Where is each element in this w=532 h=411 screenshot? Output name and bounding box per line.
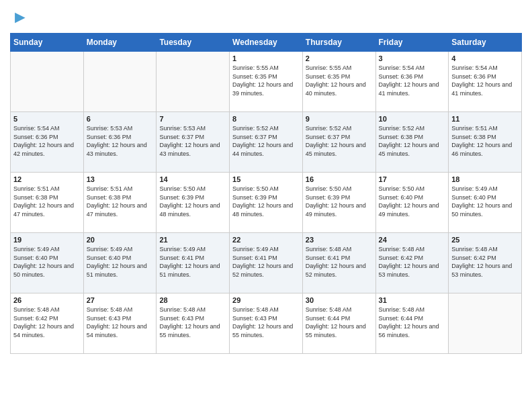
day-number: 18	[451, 175, 519, 183]
page-header: ►	[10, 7, 522, 28]
day-info: Sunrise: 5:48 AMSunset: 6:42 PMDaylight:…	[451, 245, 519, 279]
day-number: 26	[13, 296, 81, 304]
calendar-cell: 18Sunrise: 5:49 AMSunset: 6:40 PMDayligh…	[449, 173, 522, 233]
day-number: 29	[232, 296, 300, 304]
logo-arrow-icon: ►	[11, 7, 29, 28]
calendar-cell: 5Sunrise: 5:54 AMSunset: 6:36 PMDaylight…	[11, 112, 84, 173]
calendar-cell	[449, 293, 522, 354]
calendar-cell: 24Sunrise: 5:48 AMSunset: 6:42 PMDayligh…	[375, 233, 449, 293]
calendar-cell: 22Sunrise: 5:49 AMSunset: 6:41 PMDayligh…	[230, 233, 303, 293]
calendar-cell: 27Sunrise: 5:48 AMSunset: 6:43 PMDayligh…	[83, 293, 157, 354]
day-number: 4	[451, 54, 519, 62]
day-info: Sunrise: 5:48 AMSunset: 6:42 PMDaylight:…	[379, 245, 446, 279]
day-number: 9	[306, 115, 373, 123]
weekday-header-wednesday: Wednesday	[230, 34, 303, 52]
day-info: Sunrise: 5:53 AMSunset: 6:36 PMDaylight:…	[87, 124, 154, 158]
day-number: 7	[159, 115, 226, 123]
day-number: 22	[232, 236, 300, 244]
day-info: Sunrise: 5:52 AMSunset: 6:37 PMDaylight:…	[306, 124, 373, 158]
day-number: 15	[232, 175, 300, 183]
day-info: Sunrise: 5:48 AMSunset: 6:43 PMDaylight:…	[87, 306, 154, 339]
day-number: 5	[13, 115, 81, 123]
calendar-cell	[83, 52, 157, 112]
day-info: Sunrise: 5:48 AMSunset: 6:43 PMDaylight:…	[232, 306, 300, 339]
weekday-header-sunday: Sunday	[11, 34, 84, 52]
weekday-header-row: SundayMondayTuesdayWednesdayThursdayFrid…	[11, 34, 522, 52]
day-number: 17	[379, 175, 446, 183]
calendar-cell: 30Sunrise: 5:48 AMSunset: 6:44 PMDayligh…	[302, 293, 375, 354]
calendar-cell: 9Sunrise: 5:52 AMSunset: 6:37 PMDaylight…	[302, 112, 375, 173]
day-number: 31	[379, 296, 446, 304]
day-info: Sunrise: 5:50 AMSunset: 6:39 PMDaylight:…	[306, 185, 373, 218]
calendar-week-1: 1Sunrise: 5:55 AMSunset: 6:35 PMDaylight…	[11, 52, 522, 112]
calendar-cell: 20Sunrise: 5:49 AMSunset: 6:40 PMDayligh…	[83, 233, 157, 293]
day-number: 24	[379, 236, 446, 244]
day-number: 21	[159, 236, 226, 244]
day-info: Sunrise: 5:48 AMSunset: 6:44 PMDaylight:…	[306, 306, 373, 339]
calendar-cell: 26Sunrise: 5:48 AMSunset: 6:42 PMDayligh…	[11, 293, 84, 354]
day-info: Sunrise: 5:49 AMSunset: 6:40 PMDaylight:…	[13, 245, 81, 279]
calendar-cell: 8Sunrise: 5:52 AMSunset: 6:37 PMDaylight…	[230, 112, 303, 173]
calendar-cell: 2Sunrise: 5:55 AMSunset: 6:35 PMDaylight…	[302, 52, 375, 112]
calendar-cell	[157, 52, 230, 112]
calendar-week-3: 12Sunrise: 5:51 AMSunset: 6:38 PMDayligh…	[11, 173, 522, 233]
day-number: 14	[159, 175, 226, 183]
day-number: 6	[87, 115, 154, 123]
day-info: Sunrise: 5:54 AMSunset: 6:36 PMDaylight:…	[13, 124, 81, 158]
calendar-cell	[11, 52, 84, 112]
day-info: Sunrise: 5:49 AMSunset: 6:41 PMDaylight:…	[232, 245, 300, 279]
day-number: 20	[87, 236, 154, 244]
day-info: Sunrise: 5:51 AMSunset: 6:38 PMDaylight:…	[451, 124, 519, 158]
calendar-cell: 29Sunrise: 5:48 AMSunset: 6:43 PMDayligh…	[230, 293, 303, 354]
day-number: 19	[13, 236, 81, 244]
calendar-cell: 13Sunrise: 5:51 AMSunset: 6:38 PMDayligh…	[83, 173, 157, 233]
day-info: Sunrise: 5:51 AMSunset: 6:38 PMDaylight:…	[87, 185, 154, 218]
day-number: 23	[306, 236, 373, 244]
weekday-header-friday: Friday	[375, 34, 449, 52]
day-info: Sunrise: 5:49 AMSunset: 6:40 PMDaylight:…	[87, 245, 154, 279]
day-info: Sunrise: 5:54 AMSunset: 6:36 PMDaylight:…	[451, 64, 519, 97]
day-number: 27	[87, 296, 154, 304]
calendar-cell: 1Sunrise: 5:55 AMSunset: 6:35 PMDaylight…	[230, 52, 303, 112]
day-info: Sunrise: 5:48 AMSunset: 6:43 PMDaylight:…	[159, 306, 226, 339]
day-number: 10	[379, 115, 446, 123]
calendar-cell: 6Sunrise: 5:53 AMSunset: 6:36 PMDaylight…	[83, 112, 157, 173]
day-number: 2	[306, 54, 373, 62]
calendar-cell: 16Sunrise: 5:50 AMSunset: 6:39 PMDayligh…	[302, 173, 375, 233]
calendar-week-2: 5Sunrise: 5:54 AMSunset: 6:36 PMDaylight…	[11, 112, 522, 173]
calendar-cell: 4Sunrise: 5:54 AMSunset: 6:36 PMDaylight…	[449, 52, 522, 112]
day-number: 3	[379, 54, 446, 62]
day-info: Sunrise: 5:50 AMSunset: 6:39 PMDaylight:…	[232, 185, 300, 218]
day-info: Sunrise: 5:49 AMSunset: 6:40 PMDaylight:…	[451, 185, 519, 218]
calendar-cell: 17Sunrise: 5:50 AMSunset: 6:40 PMDayligh…	[375, 173, 449, 233]
calendar-cell: 23Sunrise: 5:48 AMSunset: 6:41 PMDayligh…	[302, 233, 375, 293]
day-info: Sunrise: 5:51 AMSunset: 6:38 PMDaylight:…	[13, 185, 81, 218]
weekday-header-saturday: Saturday	[449, 34, 522, 52]
calendar-cell: 14Sunrise: 5:50 AMSunset: 6:39 PMDayligh…	[157, 173, 230, 233]
day-number: 30	[306, 296, 373, 304]
weekday-header-thursday: Thursday	[302, 34, 375, 52]
day-number: 8	[232, 115, 300, 123]
calendar-cell: 21Sunrise: 5:49 AMSunset: 6:41 PMDayligh…	[157, 233, 230, 293]
day-info: Sunrise: 5:54 AMSunset: 6:36 PMDaylight:…	[379, 64, 446, 97]
weekday-header-monday: Monday	[83, 34, 157, 52]
calendar-cell: 3Sunrise: 5:54 AMSunset: 6:36 PMDaylight…	[375, 52, 449, 112]
day-info: Sunrise: 5:48 AMSunset: 6:44 PMDaylight:…	[379, 306, 446, 339]
logo: ►	[10, 7, 29, 28]
day-number: 16	[306, 175, 373, 183]
day-info: Sunrise: 5:55 AMSunset: 6:35 PMDaylight:…	[232, 64, 300, 97]
day-info: Sunrise: 5:52 AMSunset: 6:38 PMDaylight:…	[379, 124, 446, 158]
calendar-cell: 28Sunrise: 5:48 AMSunset: 6:43 PMDayligh…	[157, 293, 230, 354]
day-info: Sunrise: 5:50 AMSunset: 6:39 PMDaylight:…	[159, 185, 226, 218]
day-number: 1	[232, 54, 300, 62]
calendar-cell: 31Sunrise: 5:48 AMSunset: 6:44 PMDayligh…	[375, 293, 449, 354]
calendar-cell: 15Sunrise: 5:50 AMSunset: 6:39 PMDayligh…	[230, 173, 303, 233]
day-info: Sunrise: 5:48 AMSunset: 6:41 PMDaylight:…	[306, 245, 373, 279]
day-info: Sunrise: 5:53 AMSunset: 6:37 PMDaylight:…	[159, 124, 226, 158]
day-number: 13	[87, 175, 154, 183]
calendar-week-4: 19Sunrise: 5:49 AMSunset: 6:40 PMDayligh…	[11, 233, 522, 293]
calendar-week-5: 26Sunrise: 5:48 AMSunset: 6:42 PMDayligh…	[11, 293, 522, 354]
calendar-cell: 10Sunrise: 5:52 AMSunset: 6:38 PMDayligh…	[375, 112, 449, 173]
calendar-cell: 12Sunrise: 5:51 AMSunset: 6:38 PMDayligh…	[11, 173, 84, 233]
day-info: Sunrise: 5:50 AMSunset: 6:40 PMDaylight:…	[379, 185, 446, 218]
